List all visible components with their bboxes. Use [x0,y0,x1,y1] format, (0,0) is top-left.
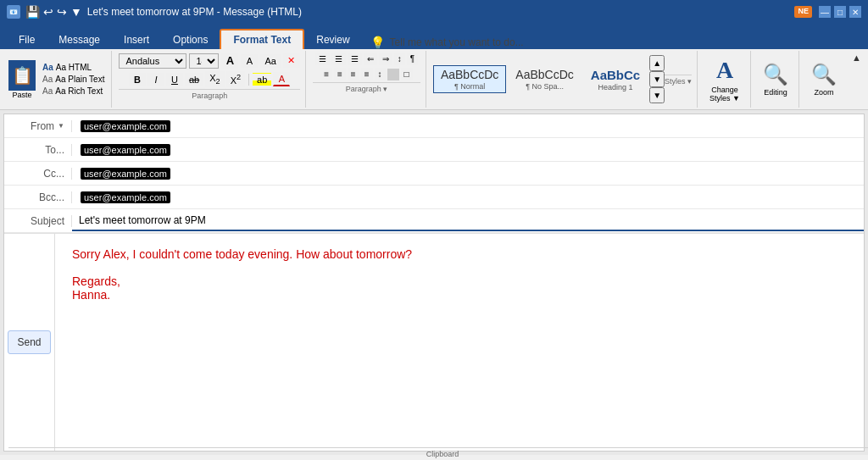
minimize-button[interactable]: — [819,6,831,18]
border-btn[interactable]: □ [401,68,413,80]
email-body[interactable]: Sorry Alex, I couldn't come today evenin… [55,234,864,451]
collapse-ribbon-btn[interactable]: ▲ [849,53,865,63]
numbered-btn[interactable]: ☰ [331,53,346,65]
send-button[interactable]: Send [8,330,50,354]
increase-indent-btn[interactable]: ⇒ [379,53,392,65]
shading-btn[interactable] [387,69,399,80]
to-value-area: user@example.com [72,141,864,159]
superscript-btn[interactable]: X2 [226,71,245,87]
paragraph-group: ☰ ☰ ☰ ⇐ ⇒ ↕ ¶ ≡ ≡ ≡ ≡ ↕ □ Paragraph ▾ [308,51,426,108]
tab-message[interactable]: Message [47,30,112,49]
html-label: Aa [42,63,53,72]
tab-format-text[interactable]: Format Text [220,29,304,49]
subject-input[interactable] [72,211,864,231]
styles-down-btn[interactable]: ▼ [649,71,665,87]
cc-value-area: user@example.com [72,164,864,183]
styles-group: AaBbCcDc ¶ Normal AaBbCcDc ¶ No Spa... A… [428,51,698,108]
style-h1-label: Heading 1 [598,83,632,91]
cc-value: user@example.com [81,168,170,180]
font-row-2: B I U ab X2 X2 ab A [129,71,290,87]
strikethrough-btn[interactable]: ab [185,73,203,86]
align-center-btn[interactable]: ≡ [334,68,346,80]
justify-btn[interactable]: ≡ [361,68,373,80]
more-quick-btn[interactable]: ▼ [70,5,82,19]
email-header: From ▼ user@example.com To... user@examp… [4,114,864,234]
bcc-value: user@example.com [81,191,170,203]
maximize-button[interactable]: □ [834,6,846,18]
clipboard-label: Clipboard [8,447,868,458]
style-normal-label: ¶ Normal [454,82,485,91]
line-spacing-btn[interactable]: ↕ [375,68,386,80]
styles-list: AaBbCcDc ¶ Normal AaBbCcDc ¶ No Spa... A… [433,55,665,103]
plain-text: Aa Plain Text [55,75,104,84]
highlight-btn[interactable]: ab [253,73,271,86]
to-row: To... user@example.com [4,138,864,162]
font-shrink-btn[interactable]: A [241,54,258,68]
font-name-select[interactable]: Andalus [119,53,186,69]
rich-label-icon: Aa [42,86,53,96]
tooltip-text: Tell me what you want to do... [390,36,524,48]
html-format-btn[interactable]: Aa Aa HTML [41,62,106,73]
rich-format-btn[interactable]: Aa Aa Rich Text [41,86,106,97]
separator-1 [248,74,249,86]
plain-format-btn[interactable]: Aa Aa Plain Text [41,74,106,85]
align-right-btn[interactable]: ≡ [348,68,359,80]
editing-icon: 🔍 [763,63,788,86]
sort-btn[interactable]: ↕ [394,53,405,65]
italic-btn[interactable]: I [147,73,164,86]
tab-file[interactable]: File [7,30,47,49]
change-styles-label: ChangeStyles ▼ [709,86,740,103]
underline-btn[interactable]: U [166,73,183,86]
font-grow-btn[interactable]: A [221,53,238,69]
bcc-value-area: user@example.com [72,188,864,207]
tab-insert[interactable]: Insert [112,30,161,49]
email-signature: Regards, Hanna. [72,274,847,302]
editing-btn[interactable]: 🔍 Editing [758,59,793,100]
bold-btn[interactable]: B [129,73,146,86]
styles-up-btn[interactable]: ▲ [649,55,665,71]
para-row-2: ≡ ≡ ≡ ≡ ↕ □ [320,68,412,80]
ribbon-toolbar: 📋 Paste Aa Aa HTML Aa Aa Plain Text Aa A… [0,49,868,110]
paste-button[interactable]: 📋 Paste [8,60,36,99]
change-styles-btn[interactable]: A ChangeStyles ▼ [704,53,745,106]
zoom-group: 🔍 Zoom [801,51,847,108]
style-heading1[interactable]: AaBbCc Heading 1 [583,65,648,94]
subscript-btn[interactable]: X2 [205,71,224,87]
style-normal-preview: AaBbCcDc [441,68,498,82]
zoom-btn[interactable]: 🔍 Zoom [806,59,842,100]
email-wrapper: From ▼ user@example.com To... user@examp… [3,114,865,452]
clipboard-group: 📋 Paste Aa Aa HTML Aa Aa Plain Text Aa A… [3,51,112,108]
redo-quick-btn[interactable]: ↪ [57,5,67,19]
font-group: Andalus 14 A A Aa ✕ B I U ab X2 X2 ab A … [114,51,305,108]
quick-access-toolbar: 💾 ↩ ↪ ▼ [25,5,82,19]
font-color-btn[interactable]: A [273,72,290,86]
from-arrow[interactable]: ▼ [58,122,64,130]
style-nospace-preview: AaBbCcDc [515,68,573,82]
cc-label: Cc... [4,168,72,180]
tab-review[interactable]: Review [304,30,361,49]
font-case-btn[interactable]: Aa [260,54,280,68]
multilevel-btn[interactable]: ☰ [348,53,362,65]
close-button[interactable]: ✕ [849,6,861,18]
font-size-select[interactable]: 14 [189,53,219,69]
tab-options[interactable]: Options [161,30,220,49]
align-left-btn[interactable]: ≡ [320,68,332,80]
show-hide-btn[interactable]: ¶ [407,53,418,65]
from-value: user@example.com [81,120,170,132]
clear-format-btn[interactable]: ✕ [283,53,300,68]
bullets-btn[interactable]: ☰ [315,53,330,65]
tooltip-hint: 💡 Tell me what you want to do... [362,36,868,49]
send-area: Send [4,234,55,451]
paste-label: Paste [12,91,31,99]
decrease-indent-btn[interactable]: ⇐ [364,53,377,65]
style-no-spacing[interactable]: AaBbCcDc ¶ No Spa... [508,65,581,93]
save-quick-btn[interactable]: 💾 [25,5,40,19]
font-label: Paragraph [119,89,299,100]
style-normal[interactable]: AaBbCcDc ¶ Normal [433,65,506,93]
subject-label: Subject [4,215,72,227]
styles-scroll-btns: ▲ ▼ ▼ [649,55,665,103]
undo-quick-btn[interactable]: ↩ [43,5,53,19]
to-label: To... [4,144,72,156]
title-bar-left: 📧 💾 ↩ ↪ ▼ Let's meet tomorrow at 9PM - M… [7,5,302,19]
styles-more-btn[interactable]: ▼ [649,87,665,103]
